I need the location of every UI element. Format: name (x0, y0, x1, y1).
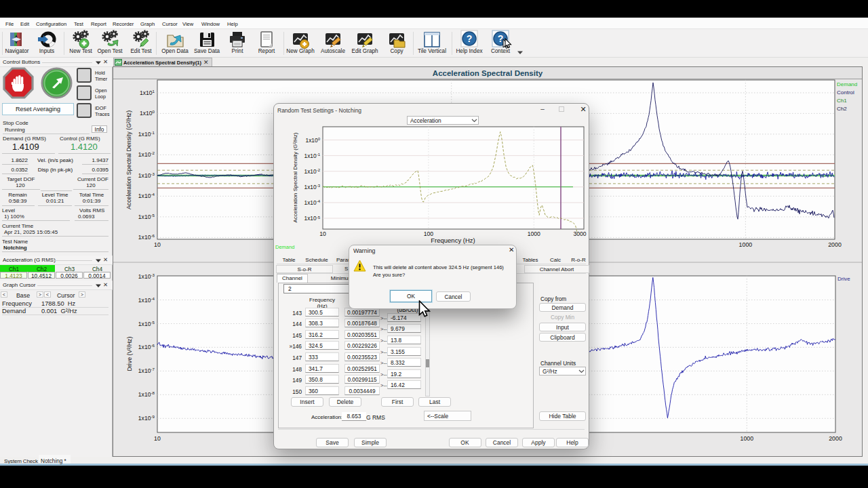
svg-text:10: 10 (154, 241, 161, 248)
svg-text:1x10-4: 1x10-4 (304, 199, 320, 206)
svg-text:1000: 1000 (739, 241, 753, 248)
svg-text:2000: 2000 (828, 241, 842, 248)
svg-text:Drive: Drive (837, 276, 850, 282)
svg-text:Demand: Demand (837, 81, 857, 87)
svg-text:10: 10 (154, 435, 161, 442)
svg-text:Acceleration Spectral Density: Acceleration Spectral Density (G²/Hz) (125, 110, 132, 209)
svg-text:Frequency (Hz): Frequency (Hz) (431, 237, 475, 244)
svg-text:Ch1: Ch1 (837, 98, 847, 104)
svg-text:?: ? (498, 33, 504, 44)
svg-text:1000: 1000 (528, 230, 540, 237)
svg-text:Ch2: Ch2 (837, 106, 847, 112)
svg-text:Acceleration Spectral Density: Acceleration Spectral Density (G²/Hz) (292, 132, 298, 222)
svg-text:1x10-1: 1x10-1 (304, 152, 320, 159)
svg-text:?: ? (467, 33, 473, 44)
svg-text:2000: 2000 (829, 435, 842, 442)
svg-text:1x10-3: 1x10-3 (304, 184, 320, 190)
svg-text:1000: 1000 (741, 435, 754, 442)
svg-text:10: 10 (319, 230, 326, 237)
svg-text:1x100: 1x100 (305, 137, 320, 144)
svg-text:Control: Control (837, 89, 854, 96)
svg-text:Drive (V²/Hz): Drive (V²/Hz) (126, 337, 133, 371)
svg-text:Acceleration Spectral Density: Acceleration Spectral Density (433, 69, 543, 77)
svg-text:3000: 3000 (573, 230, 586, 237)
svg-text:1x10-5: 1x10-5 (304, 215, 320, 222)
svg-text:1x10-2: 1x10-2 (304, 168, 320, 175)
